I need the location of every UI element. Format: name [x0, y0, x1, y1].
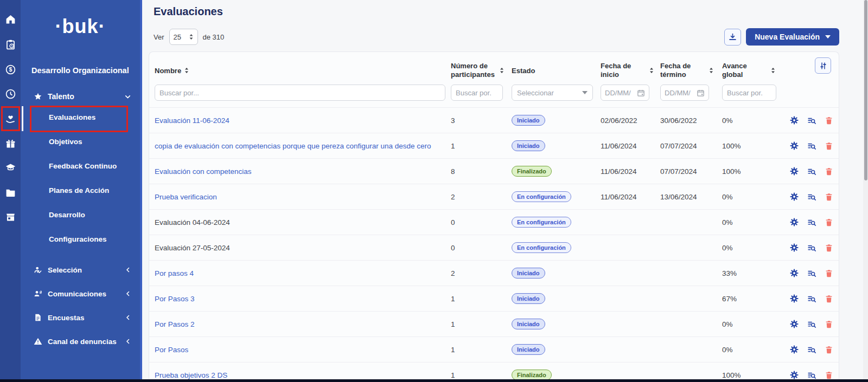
status-badge: Iniciado: [512, 293, 545, 304]
configure-button[interactable]: [789, 268, 799, 278]
review-button[interactable]: [807, 192, 816, 202]
configure-button[interactable]: [789, 166, 799, 176]
scrollbar-thumb[interactable]: [864, 0, 867, 180]
evaluation-name-link[interactable]: Prueba objetivos 2 DS: [155, 371, 227, 379]
configure-button[interactable]: [789, 217, 799, 227]
configure-button[interactable]: [789, 141, 799, 151]
list-search-icon: [807, 243, 816, 252]
review-button[interactable]: [807, 141, 816, 151]
delete-button[interactable]: [824, 141, 834, 151]
review-button[interactable]: [807, 166, 816, 176]
evaluation-name-link[interactable]: Evaluación con competencias: [155, 167, 252, 176]
rail-payroll-button[interactable]: $: [0, 57, 21, 82]
sidebar-item-desarrollo[interactable]: Desarrollo: [21, 203, 140, 227]
review-button[interactable]: [807, 370, 816, 380]
rail-home-button[interactable]: [0, 7, 21, 31]
review-button[interactable]: [807, 243, 816, 252]
new-evaluation-label: Nueva Evaluación: [755, 33, 820, 41]
rail-clipboard-button[interactable]: [0, 32, 21, 57]
delete-button[interactable]: [824, 115, 834, 125]
sort-icon[interactable]: [184, 67, 189, 74]
configure-button[interactable]: [789, 243, 799, 252]
rail-benefits-button[interactable]: [0, 131, 21, 156]
evaluation-name-link[interactable]: Evaluación 11-06-2024: [155, 116, 229, 125]
evaluation-name-link[interactable]: Evaluación 27-05-2024: [155, 244, 230, 252]
delete-button[interactable]: [824, 243, 834, 252]
progress-value: 100%: [717, 142, 780, 150]
table-row: Evaluación con competencias 8 Finalizado…: [149, 158, 839, 184]
sidebar-item-encuestas[interactable]: Encuestas: [34, 306, 131, 329]
column-header-fecha-termino[interactable]: Fecha de término: [655, 60, 717, 81]
review-button[interactable]: [807, 319, 816, 329]
configure-button[interactable]: [789, 319, 799, 329]
configure-button[interactable]: [789, 294, 799, 303]
column-header-nombre[interactable]: Nombre: [149, 60, 445, 81]
trash-icon: [825, 269, 833, 278]
evaluation-name-link[interactable]: copia de evaluación con competencias por…: [155, 142, 431, 150]
sidebar-item-talento[interactable]: Talento: [34, 92, 131, 101]
delete-button[interactable]: [824, 345, 834, 354]
evaluation-name-link[interactable]: Por Pasos 2: [155, 320, 195, 328]
sidebar-item-comunicaciones[interactable]: Comunicaciones: [34, 282, 131, 306]
configure-button[interactable]: [789, 345, 799, 354]
delete-button[interactable]: [824, 217, 834, 227]
review-button[interactable]: [807, 268, 816, 278]
rail-talent-button[interactable]: [0, 106, 21, 131]
warning-icon: [34, 337, 42, 346]
delete-button[interactable]: [824, 166, 834, 176]
evaluation-name-link[interactable]: Por Pasos 3: [155, 295, 195, 303]
evaluation-name-link[interactable]: Evaluación 04-06-2024: [155, 218, 230, 226]
evaluation-name-link[interactable]: Prueba verificacion: [155, 193, 217, 201]
evaluation-name-link[interactable]: Por Pasos: [155, 346, 188, 354]
date-placeholder: DD/MM/: [605, 89, 631, 97]
delete-button[interactable]: [824, 370, 834, 380]
delete-button[interactable]: [824, 294, 834, 303]
filter-nombre-input[interactable]: [155, 85, 445, 101]
sidebar-item-canal-de-denuncias[interactable]: Canal de denuncias: [34, 329, 131, 353]
sidebar-groups: Selección Comunicaciones Encuestas Canal…: [21, 258, 140, 353]
rail-documents-button[interactable]: [0, 180, 21, 205]
delete-button[interactable]: [824, 319, 834, 329]
new-evaluation-button[interactable]: Nueva Evaluación: [746, 28, 839, 46]
delete-button[interactable]: [824, 192, 834, 202]
column-settings-button[interactable]: [815, 57, 831, 74]
page-size-select[interactable]: 25: [169, 29, 198, 45]
sidebar-item-feedback-continuo[interactable]: Feedback Continuo: [21, 154, 140, 178]
table-row: Por Pasos 1 Iniciado 0%: [149, 336, 839, 362]
delete-button[interactable]: [824, 268, 834, 278]
review-button[interactable]: [807, 345, 816, 354]
sidebar-item-planes-de-accion[interactable]: Planes de Acción: [21, 178, 140, 203]
participants-value: 1: [445, 320, 506, 328]
evaluation-name-link[interactable]: Por pasos 4: [155, 269, 194, 277]
rail-marketplace-button[interactable]: [0, 204, 21, 229]
sidebar-item-objetivos[interactable]: Objetivos: [21, 130, 140, 154]
column-header-participantes[interactable]: Número de participantes: [445, 60, 506, 81]
configure-button[interactable]: [789, 115, 799, 125]
rail-time-button[interactable]: [0, 81, 21, 106]
sort-icon[interactable]: [500, 67, 504, 74]
sidebar-item-seleccion[interactable]: Selección: [34, 258, 131, 282]
sidebar-item-evaluaciones[interactable]: Evaluaciones: [21, 105, 140, 130]
filter-estado-select[interactable]: Seleccionar: [512, 85, 593, 101]
end-date-value: 13/06/2024: [655, 193, 717, 201]
page-size-value: 25: [174, 33, 181, 41]
filter-participantes-input[interactable]: [451, 85, 503, 101]
review-button[interactable]: [807, 217, 816, 227]
configure-button[interactable]: [789, 370, 799, 380]
download-button[interactable]: [724, 29, 741, 46]
review-button[interactable]: [807, 115, 816, 125]
filter-fecha-termino-input[interactable]: DD/MM/: [660, 85, 709, 101]
review-button[interactable]: [807, 294, 816, 303]
filter-avance-input[interactable]: [722, 85, 776, 101]
column-header-fecha-inicio[interactable]: Fecha de inicio: [595, 60, 655, 81]
sort-icon[interactable]: [709, 67, 713, 74]
scrollbar[interactable]: [863, 0, 868, 379]
filter-fecha-inicio-input[interactable]: DD/MM/: [601, 85, 649, 101]
column-header-avance-global[interactable]: Avance global: [717, 60, 780, 81]
rail-training-button[interactable]: [0, 155, 21, 180]
configure-button[interactable]: [789, 192, 799, 202]
participants-value: 0: [445, 218, 506, 226]
sidebar-item-configuraciones[interactable]: Configuraciones: [21, 227, 140, 251]
sort-icon[interactable]: [649, 67, 654, 74]
sort-icon[interactable]: [771, 67, 775, 74]
